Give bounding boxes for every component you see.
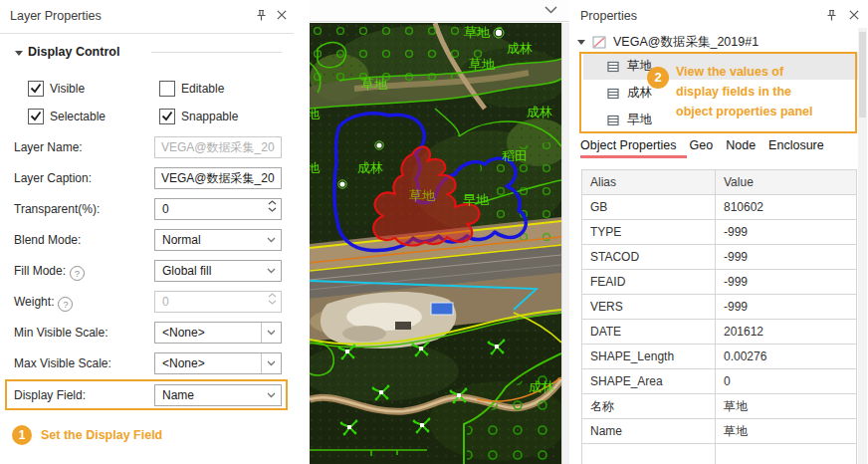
transparent-stepper[interactable]: 0 [154, 198, 282, 220]
tab-enclosure[interactable]: Enclosure [768, 138, 824, 152]
tab-node[interactable]: Node [726, 138, 756, 152]
stepper-arrows-icon[interactable] [268, 200, 277, 212]
header-value: Value [716, 170, 857, 195]
layer-properties-header: Layer Properties [0, 0, 294, 32]
help-icon[interactable]: ? [70, 266, 85, 281]
checkbox-label: Visible [50, 82, 85, 96]
map-label: 草地 [361, 77, 388, 92]
table-row-partial [582, 444, 857, 464]
pin-icon[interactable] [255, 9, 268, 22]
step2-badge: 2 [647, 67, 669, 89]
snappable-checkbox[interactable]: Snappable [159, 109, 238, 124]
selectable-checkbox[interactable]: Selectable [28, 109, 106, 124]
alias-cell[interactable]: VERS [582, 295, 716, 320]
visible-checkbox[interactable]: Visible [28, 81, 85, 97]
value-cell[interactable]: 草地 [716, 394, 857, 419]
table-row[interactable]: SHAPE_Area0 [582, 369, 857, 394]
value-cell[interactable]: 0.00276 [716, 345, 857, 369]
checkbox-box[interactable] [159, 109, 175, 124]
tree-root[interactable]: VEGA@数据采集_2019#1 [577, 31, 759, 53]
chevron-down-icon [262, 261, 281, 281]
max-scale-value: <None> [162, 356, 205, 370]
value-cell[interactable]: -999 [716, 270, 857, 295]
value-cell[interactable]: 0 [716, 369, 857, 394]
section-collapse-icon[interactable] [15, 51, 23, 56]
alias-cell[interactable]: STACOD [582, 245, 716, 270]
value-cell[interactable]: 810602 [716, 195, 857, 220]
min-scale-select[interactable]: <None> [154, 322, 282, 344]
panel-title: Layer Properties [10, 9, 102, 23]
transparent-value: 0 [162, 202, 169, 216]
value-cell[interactable]: -999 [716, 245, 857, 270]
min-scale-label: Min Visible Scale: [14, 326, 108, 340]
table-row[interactable]: FEAID-999 [582, 270, 857, 295]
close-icon[interactable] [276, 9, 288, 21]
table-row[interactable]: DATE201612 [582, 320, 857, 345]
checkbox-box[interactable] [28, 81, 44, 97]
display-field-select[interactable]: Name [154, 384, 282, 406]
tree-expander-icon[interactable] [577, 40, 585, 45]
max-scale-select[interactable]: <None> [154, 352, 282, 374]
fill-mode-select[interactable]: Global fill [154, 260, 282, 282]
table-row[interactable]: GB810602 [582, 195, 857, 220]
min-scale-value: <None> [162, 326, 205, 340]
value-cell[interactable]: 201612 [716, 320, 857, 345]
map-label: 旱地 [463, 192, 490, 207]
blue-roof-building [431, 303, 453, 315]
alias-cell[interactable]: SHAPE_Length [582, 345, 716, 369]
alias-cell[interactable]: DATE [582, 320, 716, 345]
checkbox-box[interactable] [28, 109, 44, 124]
chevron-down-icon [262, 385, 281, 405]
map-label: 成林 [527, 105, 552, 119]
alias-cell[interactable]: FEAID [582, 270, 716, 295]
map-label: 草地 [310, 160, 321, 175]
table-row[interactable]: SHAPE_Length0.00276 [582, 345, 857, 369]
editable-checkbox[interactable]: Editable [159, 81, 224, 97]
value-cell[interactable]: -999 [716, 295, 857, 320]
step1-text: Set the Display Field [41, 428, 162, 442]
map-canvas[interactable]: 草地 成林 草地 草地 成林 成林 稻田 草地 旱地 草地 成林 草地 [310, 23, 561, 464]
value-cell[interactable]: 草地 [716, 419, 857, 444]
pin-icon[interactable] [825, 9, 838, 22]
value-cell[interactable]: -999 [716, 220, 857, 245]
map-label: 草地 [409, 188, 436, 203]
active-tab-underline [580, 155, 687, 158]
stepper-arrows-icon [268, 293, 277, 305]
table-row[interactable]: VERS-999 [582, 295, 857, 320]
weight-label: Weight:? [14, 295, 73, 312]
map-label: 草地 [469, 57, 496, 72]
map-scrollbar[interactable] [561, 23, 569, 464]
layer-name-input[interactable] [154, 136, 282, 158]
transparent-label: Transparent(%): [14, 202, 100, 216]
checkbox-box[interactable] [159, 81, 175, 97]
header-alias: Alias [582, 170, 716, 195]
table-header-row: Alias Value [582, 170, 857, 195]
fill-mode-value: Global fill [162, 264, 211, 278]
checkbox-label: Snappable [181, 110, 238, 123]
map-label: 成林 [507, 41, 533, 56]
table-row[interactable]: STACOD-999 [582, 245, 857, 270]
map-label: 草地 [310, 107, 321, 121]
annotation-step1: 1 Set the Display Field [12, 425, 162, 445]
tab-geo[interactable]: Geo [690, 138, 714, 152]
blend-mode-select[interactable]: Normal [154, 229, 282, 251]
table-row[interactable]: TYPE-999 [582, 220, 857, 245]
alias-cell[interactable]: TYPE [582, 220, 716, 245]
table-row[interactable]: 名称草地 [582, 394, 857, 419]
scrollbar-thumb[interactable] [859, 32, 866, 117]
map-label: 成林 [357, 160, 383, 175]
alias-cell[interactable]: 名称 [582, 394, 716, 419]
tab-object-properties[interactable]: Object Properties [580, 138, 677, 152]
display-field-value: Name [162, 388, 194, 402]
layer-caption-input[interactable] [154, 167, 282, 189]
property-tabs: Object Properties Geo Node Enclosure [580, 138, 824, 152]
panel-scrollbar[interactable] [858, 28, 867, 464]
table-row[interactable]: Name草地 [582, 419, 857, 444]
collapse-toolbar-icon[interactable] [544, 6, 557, 14]
alias-cell[interactable]: GB [582, 195, 716, 220]
close-icon[interactable] [848, 9, 860, 21]
help-icon[interactable]: ? [58, 297, 73, 312]
map-window: 草地 成林 草地 草地 成林 成林 稻田 草地 旱地 草地 成林 草地 [310, 0, 569, 464]
alias-cell[interactable]: Name [582, 419, 716, 444]
alias-cell[interactable]: SHAPE_Area [582, 369, 716, 394]
